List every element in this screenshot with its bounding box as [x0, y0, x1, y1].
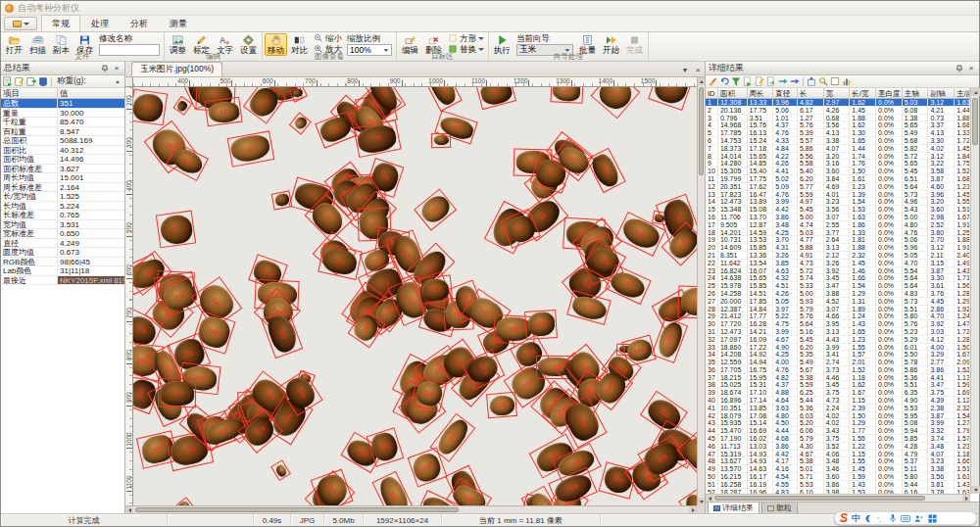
close-icon[interactable]: ×	[112, 64, 122, 73]
column-header[interactable]: 面积	[718, 88, 748, 98]
tab-analyze[interactable]: 分析	[120, 15, 159, 31]
kernel-bounding-box[interactable]: 182	[261, 309, 303, 359]
kernel-bounding-box[interactable]: 234	[158, 378, 196, 407]
clear-icon[interactable]	[708, 76, 717, 86]
detail-row[interactable]: 1611.70613.703.865.003.071.630.0%5.002.9…	[706, 214, 970, 221]
detail-row[interactable]: 1119.79917.755.026.203.841.610.0%6.513.8…	[706, 175, 970, 183]
detail-row[interactable]: 1015.30515.404.415.403.601.500.0%5.453.5…	[706, 168, 970, 175]
kernel-bounding-box[interactable]: 37	[226, 130, 274, 168]
detail-row[interactable]: 614.75315.244.335.573.381.650.0%5.683.30…	[706, 137, 970, 145]
summary-row[interactable]: 圆度均值0.673	[1, 248, 124, 258]
column-header[interactable]: 主/副	[955, 88, 970, 98]
tab-list-icon[interactable]: ▾	[679, 64, 691, 75]
detail-row[interactable]: 2211.64213.543.854.733.261.450.0%4.703.1…	[706, 260, 970, 267]
scroll-right-icon[interactable]	[962, 495, 970, 502]
detail-row[interactable]: 1412.47313.893.994.973.231.540.0%4.963.2…	[706, 198, 970, 206]
kernel-bounding-box[interactable]: 13	[243, 87, 286, 124]
detail-row[interactable]: 2921.41217.775.225.764.661.240.0%5.804.7…	[706, 312, 970, 320]
kernel-bounding-box[interactable]: 256	[486, 392, 518, 419]
summary-row[interactable]: 周长标准差2.164	[1, 183, 124, 193]
column-header[interactable]: 宽	[824, 88, 851, 98]
tab-measure[interactable]: 测量	[159, 15, 198, 31]
detail-row[interactable]: 3617.70516.754.765.673.731.520.0%5.863.8…	[706, 366, 970, 374]
column-header[interactable]: 长/宽	[850, 88, 876, 98]
kernel-bounding-box[interactable]: 314	[311, 468, 354, 505]
detail-row[interactable]: 4715.31914.934.424.674.061.150.0%4.794.0…	[706, 451, 970, 458]
detail-row[interactable]: 3815.02515.314.375.593.451.620.0%5.513.4…	[706, 381, 970, 389]
column-header[interactable]: 长	[798, 88, 824, 98]
scrollbar-thumb[interactable]	[714, 496, 925, 501]
edit-sheet-icon[interactable]	[755, 76, 764, 86]
kernel-bounding-box[interactable]: 33	[649, 87, 695, 111]
detail-row[interactable]: 814.01415.654.225.563.201.740.0%5.723.12…	[706, 153, 970, 161]
document-tab[interactable]: 玉米图片.jpg(100%)	[131, 62, 222, 76]
undo-icon[interactable]	[719, 76, 729, 86]
summary-row[interactable]: 百粒重8.547	[1, 127, 124, 137]
detail-row[interactable]: 2515.97815.854.515.333.471.540.0%5.643.6…	[706, 282, 970, 290]
scrollbar-thumb[interactable]	[699, 87, 704, 175]
kernel-bounding-box[interactable]: 196	[652, 317, 689, 363]
app-menu-button[interactable]	[4, 17, 37, 30]
detail-row[interactable]: 3112.47314.213.995.163.131.650.0%5.233.0…	[706, 328, 970, 336]
summary-row[interactable]: 最接近NKY2015F.xml 819...	[1, 276, 124, 286]
keyboard-icon[interactable]	[901, 514, 910, 523]
detail-row[interactable]: 3217.09716.094.675.454.431.230.0%5.294.1…	[706, 336, 970, 344]
search-icon[interactable]	[818, 76, 828, 86]
vertical-scrollbar[interactable]	[697, 77, 705, 505]
summary-row[interactable]: 长均值5.224	[1, 202, 124, 212]
microphone-icon[interactable]	[889, 513, 897, 523]
summary-row[interactable]: RGB颜色98|66|45	[1, 258, 124, 267]
detail-row[interactable]: 517.78516.134.765.394.131.300.0%5.494.13…	[706, 129, 970, 137]
filter-icon[interactable]	[731, 76, 741, 86]
detail-row[interactable]: 4110.35113.853.635.362.242.390.0%5.532.3…	[706, 405, 970, 412]
detail-row[interactable]: 2720.00017.855.055.934.521.310.0%5.734.4…	[706, 298, 970, 306]
kernel-bounding-box[interactable]	[289, 112, 312, 134]
send-up-icon[interactable]	[807, 76, 816, 86]
detail-row[interactable]: 1220.35117.625.095.774.691.230.0%5.644.6…	[706, 183, 970, 191]
ime-mode-chinese[interactable]: 中	[852, 512, 860, 525]
detail-row[interactable]: 4415.47016.694.446.063.431.770.0%5.943.3…	[706, 427, 970, 435]
refresh-sheet-icon[interactable]	[766, 76, 776, 86]
summary-row[interactable]: 重量30.000	[1, 109, 124, 119]
column-header[interactable]: 周长	[748, 88, 774, 98]
column-header[interactable]: 主轴	[903, 88, 929, 98]
detail-row[interactable]: 220.13617.755.066.174.261.450.0%6.084.21…	[706, 107, 970, 115]
tab-process[interactable]: 处理	[80, 15, 120, 31]
detail-row[interactable]: 3017.72016.284.755.643.951.430.0%5.763.9…	[706, 320, 970, 328]
detail-row[interactable]: 179.50512.873.484.742.551.860.0%4.802.52…	[706, 221, 970, 229]
detail-row[interactable]: 2414.63815.654.325.743.451.660.0%5.643.3…	[706, 274, 970, 282]
kernel-bounding-box[interactable]: 27	[475, 87, 516, 111]
detail-row[interactable]: 4813.62714.934.175.383.481.550.0%5.373.2…	[706, 457, 970, 465]
detail-row[interactable]: 5016.21516.174.545.713.601.590.0%5.803.5…	[706, 473, 970, 481]
table-export-icon[interactable]	[3, 76, 13, 86]
kernel-bounding-box[interactable]: 3	[133, 89, 167, 125]
detail-row[interactable]: 30.7963.511.011.270.681.880.0%1.380.731.…	[706, 115, 970, 122]
detail-row[interactable]: 4218.07917.084.806.034.021.500.0%5.953.8…	[706, 412, 970, 420]
detail-row[interactable]: 112.30813.333.964.822.971.620.0%5.033.12…	[706, 99, 970, 107]
kernel-bounding-box[interactable]: 25	[421, 87, 463, 111]
kernel-bounding-box[interactable]: 172	[566, 290, 611, 325]
detail-row[interactable]: 5116.25816.194.555.533.861.430.0%5.443.8…	[706, 481, 970, 489]
box-icon[interactable]	[830, 76, 840, 86]
kernel-bounding-box[interactable]: 91	[156, 211, 196, 249]
summary-row[interactable]: 宽标准差0.650	[1, 229, 124, 239]
column-header[interactable]: ID	[706, 88, 718, 98]
detail-row[interactable]: 1910.73113.533.704.772.641.810.0%5.062.7…	[706, 236, 970, 244]
detail-row[interactable]: 2316.82416.074.635.723.921.460.0%5.543.8…	[706, 267, 970, 275]
scrollbar-thumb[interactable]	[972, 98, 978, 145]
kernel-bounding-box[interactable]: 330	[678, 487, 697, 505]
horizontal-scrollbar[interactable]	[125, 505, 697, 513]
detail-vertical-scrollbar[interactable]	[970, 88, 979, 494]
kernel-bounding-box[interactable]	[173, 497, 195, 505]
toolbox-grid-icon[interactable]	[928, 514, 937, 523]
column-header[interactable]: 直径	[773, 88, 798, 98]
punctuation-icon[interactable]: ’,	[877, 514, 885, 523]
detail-row[interactable]: 718.37317.184.845.864.071.440.0%5.824.02…	[706, 145, 970, 153]
detail-row[interactable]: 2014.60915.854.315.883.131.880.0%5.963.1…	[706, 244, 970, 252]
detail-row[interactable]: 914.28014.854.265.583.161.760.0%5.653.22…	[706, 160, 970, 168]
export-excel-icon[interactable]	[743, 76, 753, 86]
kernel-bounding-box[interactable]: 29	[550, 87, 583, 104]
moon-icon[interactable]	[864, 514, 873, 523]
detail-row[interactable]: 2812.38714.843.975.793.071.890.0%5.512.8…	[706, 306, 970, 313]
summary-row[interactable]: 千粒重85.470	[1, 118, 124, 127]
